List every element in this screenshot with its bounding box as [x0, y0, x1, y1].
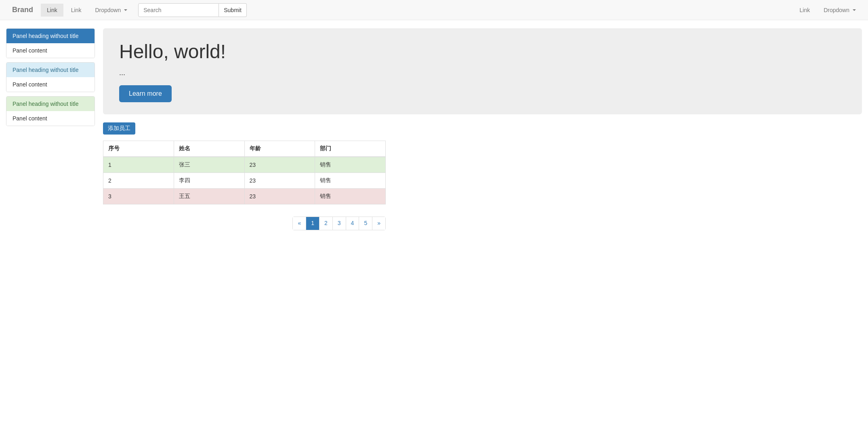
cell-dept: 销售	[315, 173, 386, 189]
panel-info: Panel heading without title Panel conten…	[6, 62, 95, 92]
nav-dropdown-right[interactable]: Dropdown	[818, 1, 862, 19]
cell-name: 王五	[174, 189, 244, 204]
panel-success-body: Panel content	[6, 111, 95, 126]
pagination-page-1-link[interactable]: 1	[306, 217, 319, 230]
pagination-page-1[interactable]: 1	[306, 217, 319, 230]
pagination-page-5-link[interactable]: 5	[359, 217, 372, 230]
search-form: Submit	[138, 3, 247, 17]
col-header-id: 序号	[103, 141, 174, 157]
table-header-row: 序号 姓名 年龄 部门	[103, 141, 386, 157]
cell-id: 2	[103, 173, 174, 189]
jumbotron-subtitle: ...	[119, 69, 846, 77]
cell-dept: 销售	[315, 189, 386, 204]
main-content: Panel heading without title Panel conten…	[0, 20, 868, 242]
learn-more-button[interactable]: Learn more	[119, 85, 172, 102]
nav-link-2[interactable]: Link	[65, 0, 88, 20]
pagination-prev[interactable]: «	[292, 217, 306, 230]
search-input[interactable]	[138, 3, 219, 17]
pagination-page-4[interactable]: 4	[346, 217, 359, 230]
panel-success-heading: Panel heading without title	[6, 97, 95, 111]
cell-name: 张三	[174, 157, 244, 173]
pagination-page-5[interactable]: 5	[359, 217, 372, 230]
add-employee-button[interactable]: 添加员工	[103, 122, 135, 135]
pagination-page-4-link[interactable]: 4	[346, 217, 359, 230]
table-row: 3王五23销售	[103, 189, 386, 204]
pagination-page-3-link[interactable]: 3	[333, 217, 346, 230]
panel-primary-body: Panel content	[6, 43, 95, 58]
navbar: Brand Link Link Dropdown Submit Link Dro…	[0, 0, 868, 20]
pagination-page-3[interactable]: 3	[332, 217, 346, 230]
pagination: « 1 2 3 4 5 »	[103, 213, 386, 234]
cell-id: 1	[103, 157, 174, 173]
navbar-right: Link Dropdown	[793, 0, 862, 20]
pagination-page-2[interactable]: 2	[319, 217, 333, 230]
col-header-name: 姓名	[174, 141, 244, 157]
navbar-brand[interactable]: Brand	[6, 6, 39, 14]
table-row: 1张三23销售	[103, 157, 386, 173]
nav-dropdown-label: Dropdown	[95, 7, 121, 13]
pagination-next-link[interactable]: »	[372, 217, 385, 230]
nav-link-active[interactable]: Link	[41, 4, 63, 17]
jumbotron: Hello, world! ... Learn more	[103, 28, 862, 114]
panel-primary-heading: Panel heading without title	[6, 29, 95, 43]
cell-age: 23	[244, 173, 315, 189]
cell-age: 23	[244, 189, 315, 204]
pagination-page-2-link[interactable]: 2	[319, 217, 332, 230]
table-row: 2李四23销售	[103, 173, 386, 189]
pagination-next[interactable]: »	[372, 217, 386, 230]
nav-link-right-1[interactable]: Link	[793, 0, 816, 20]
search-submit-button[interactable]: Submit	[219, 3, 247, 17]
pagination-prev-link[interactable]: «	[293, 217, 306, 230]
panel-info-body: Panel content	[6, 77, 95, 92]
jumbotron-title: Hello, world!	[119, 40, 846, 63]
employee-table: 序号 姓名 年龄 部门 1张三23销售2李四23销售3王五23销售	[103, 141, 386, 204]
cell-name: 李四	[174, 173, 244, 189]
panel-primary: Panel heading without title Panel conten…	[6, 28, 95, 58]
cell-age: 23	[244, 157, 315, 173]
dropdown-right-caret-icon	[853, 9, 856, 11]
navbar-left: Brand Link Link Dropdown Submit	[6, 0, 250, 20]
nav-dropdown-left[interactable]: Dropdown	[89, 1, 133, 19]
sidebar: Panel heading without title Panel conten…	[6, 28, 95, 234]
dropdown-caret-icon	[124, 9, 127, 11]
content-area: Hello, world! ... Learn more 添加员工 序号 姓名 …	[103, 28, 862, 234]
panel-success: Panel heading without title Panel conten…	[6, 96, 95, 126]
employee-table-container: 序号 姓名 年龄 部门 1张三23销售2李四23销售3王五23销售	[103, 141, 862, 204]
nav-dropdown-right-label: Dropdown	[824, 7, 849, 13]
panel-info-heading: Panel heading without title	[6, 63, 95, 77]
col-header-dept: 部门	[315, 141, 386, 157]
cell-id: 3	[103, 189, 174, 204]
cell-dept: 销售	[315, 157, 386, 173]
col-header-age: 年龄	[244, 141, 315, 157]
